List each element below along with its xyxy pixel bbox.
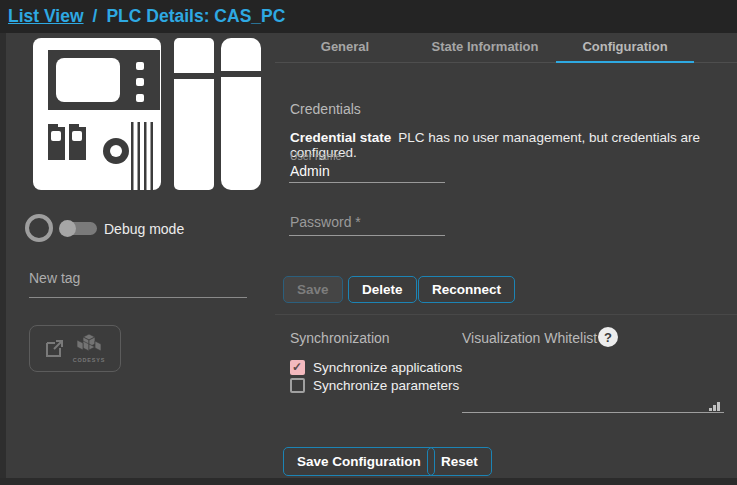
breadcrumb-list-view-link[interactable]: List View	[8, 6, 84, 27]
whitelist-textarea[interactable]	[462, 350, 724, 412]
breadcrumb-separator: /	[93, 6, 98, 27]
tab-state-information[interactable]: State Information	[415, 36, 555, 60]
username-field[interactable]: Admin	[290, 163, 330, 179]
breadcrumb: List View / PLC Details: CAS_PC	[0, 0, 737, 33]
password-underline	[289, 235, 445, 236]
page-title: PLC Details: CAS_PC	[106, 6, 285, 27]
help-icon[interactable]: ?	[598, 327, 618, 347]
plc-device-illustration-icon	[33, 38, 261, 190]
visualization-whitelist-title: Visualization Whitelist	[462, 330, 597, 346]
debug-mode-toggle[interactable]	[61, 222, 97, 235]
debug-mode-label: Debug mode	[104, 221, 184, 237]
credentials-section-title: Credentials	[290, 101, 361, 117]
new-tag-input[interactable]	[29, 276, 247, 297]
codesys-label: CODESYS	[73, 357, 106, 363]
reset-button[interactable]: Reset	[427, 447, 492, 476]
active-tab-indicator	[556, 61, 694, 63]
status-ring-icon	[25, 214, 53, 242]
tab-general[interactable]: General	[275, 36, 415, 60]
plc-details-page: List View / PLC Details: CAS_PC Debug mo…	[0, 0, 737, 485]
username-underline	[289, 182, 445, 183]
username-label: User name *	[290, 150, 348, 162]
reconnect-button[interactable]: Reconnect	[418, 276, 515, 303]
bottom-edge-strip	[0, 478, 737, 485]
open-in-new-icon	[45, 339, 64, 358]
synchronize-applications-label: Synchronize applications	[313, 360, 462, 375]
password-field[interactable]: Password *	[290, 214, 361, 230]
synchronize-applications-checkbox[interactable]: Synchronize applications	[290, 360, 462, 375]
tab-configuration[interactable]: Configuration	[555, 36, 695, 60]
section-divider	[275, 314, 737, 315]
left-edge-strip	[0, 33, 6, 485]
whitelist-underline	[462, 412, 724, 413]
resize-grip-icon[interactable]	[709, 401, 723, 411]
toggle-knob-icon	[59, 220, 76, 237]
synchronization-section-title: Synchronization	[290, 330, 390, 346]
credential-state-row: Credential statePLC has no user manageme…	[290, 130, 730, 160]
synchronize-parameters-label: Synchronize parameters	[313, 378, 459, 393]
new-tag-underline	[29, 297, 247, 298]
checkbox-checked-icon	[290, 360, 305, 375]
codesys-logo-icon: CODESYS	[73, 334, 106, 363]
credential-state-label: Credential state	[290, 130, 391, 145]
checkbox-unchecked-icon	[290, 378, 305, 393]
save-configuration-button[interactable]: Save Configuration	[283, 447, 435, 476]
synchronize-parameters-checkbox[interactable]: Synchronize parameters	[290, 378, 459, 393]
save-button[interactable]: Save	[283, 276, 343, 303]
open-in-codesys-button[interactable]: CODESYS	[29, 325, 121, 372]
delete-button[interactable]: Delete	[348, 276, 417, 303]
